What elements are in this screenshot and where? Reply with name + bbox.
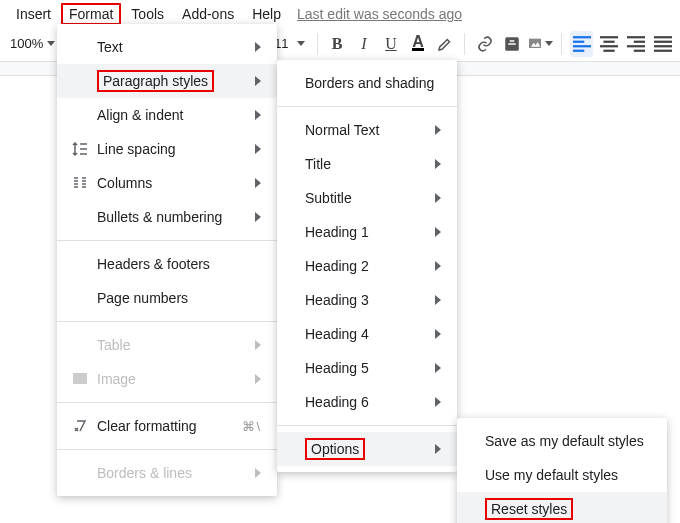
submenu-arrow-icon — [255, 468, 261, 478]
menu-table: Table — [57, 328, 277, 362]
menu-clear-formatting[interactable]: Clear formatting ⌘\ — [57, 409, 277, 443]
submenu-arrow-icon — [255, 212, 261, 222]
submenu-arrow-icon — [435, 397, 441, 407]
menu-page-numbers[interactable]: Page numbers — [57, 281, 277, 315]
bold-button[interactable]: B — [326, 31, 349, 57]
menu-columns[interactable]: Columns — [57, 166, 277, 200]
zoom-value: 100% — [10, 36, 43, 51]
menu-heading-5[interactable]: Heading 5 — [277, 351, 457, 385]
chevron-down-icon — [47, 41, 55, 46]
align-right-button[interactable] — [624, 31, 647, 57]
menu-help[interactable]: Help — [244, 3, 289, 25]
zoom-dropdown[interactable]: 100% — [6, 36, 59, 51]
submenu-arrow-icon — [435, 295, 441, 305]
menu-heading-1[interactable]: Heading 1 — [277, 215, 457, 249]
menu-align-indent[interactable]: Align & indent — [57, 98, 277, 132]
toolbar-separator — [317, 33, 318, 55]
menu-separator — [57, 321, 277, 322]
highlighter-icon — [436, 35, 454, 53]
menu-separator — [57, 240, 277, 241]
italic-button[interactable]: I — [352, 31, 375, 57]
menu-insert[interactable]: Insert — [8, 3, 59, 25]
link-icon — [476, 35, 494, 53]
menu-heading-6[interactable]: Heading 6 — [277, 385, 457, 419]
shortcut-label: ⌘\ — [242, 419, 261, 434]
menu-text[interactable]: Text — [57, 30, 277, 64]
menu-tools[interactable]: Tools — [123, 3, 172, 25]
edit-status[interactable]: Last edit was seconds ago — [297, 6, 462, 22]
submenu-arrow-icon — [255, 340, 261, 350]
menu-save-default-styles[interactable]: Save as my default styles — [457, 424, 667, 458]
menu-separator — [277, 106, 457, 107]
line-spacing-icon — [69, 141, 91, 157]
submenu-arrow-icon — [435, 227, 441, 237]
submenu-arrow-icon — [435, 193, 441, 203]
menu-image: Image — [57, 362, 277, 396]
submenu-arrow-icon — [255, 76, 261, 86]
submenu-arrow-icon — [435, 261, 441, 271]
submenu-arrow-icon — [255, 42, 261, 52]
link-button[interactable] — [473, 31, 496, 57]
submenu-arrow-icon — [435, 363, 441, 373]
submenu-arrow-icon — [435, 159, 441, 169]
submenu-arrow-icon — [435, 444, 441, 454]
svg-rect-2 — [508, 43, 516, 45]
submenu-arrow-icon — [435, 125, 441, 135]
menu-bullets-numbering[interactable]: Bullets & numbering — [57, 200, 277, 234]
menu-borders-lines: Borders & lines — [57, 456, 277, 490]
menu-normal-text[interactable]: Normal Text — [277, 113, 457, 147]
comment-icon — [503, 35, 521, 53]
menu-paragraph-styles[interactable]: Paragraph styles — [57, 64, 277, 98]
submenu-arrow-icon — [255, 110, 261, 120]
chevron-down-icon — [545, 41, 553, 46]
align-justify-button[interactable] — [651, 31, 674, 57]
toolbar-separator — [464, 33, 465, 55]
menu-subtitle[interactable]: Subtitle — [277, 181, 457, 215]
menu-reset-styles[interactable]: Reset styles — [457, 492, 667, 523]
align-center-icon — [600, 35, 618, 53]
underline-button[interactable]: U — [379, 31, 402, 57]
menu-borders-shading[interactable]: Borders and shading — [277, 66, 457, 100]
menu-title[interactable]: Title — [277, 147, 457, 181]
menu-line-spacing[interactable]: Line spacing — [57, 132, 277, 166]
menu-addons[interactable]: Add-ons — [174, 3, 242, 25]
submenu-arrow-icon — [255, 178, 261, 188]
image-button[interactable] — [527, 31, 553, 57]
menu-headers-footers[interactable]: Headers & footers — [57, 247, 277, 281]
chevron-down-icon — [297, 41, 305, 46]
menu-options[interactable]: Options — [277, 432, 457, 466]
menu-separator — [57, 449, 277, 450]
toolbar-separator — [561, 33, 562, 55]
options-submenu: Save as my default styles Use my default… — [457, 418, 667, 523]
image-icon — [69, 371, 91, 387]
menu-format[interactable]: Format — [61, 3, 121, 25]
format-dropdown: Text Paragraph styles Align & indent Lin… — [57, 24, 277, 496]
columns-icon — [69, 175, 91, 191]
submenu-arrow-icon — [255, 144, 261, 154]
text-color-button[interactable]: A — [406, 31, 429, 57]
svg-rect-1 — [510, 40, 515, 42]
menu-heading-3[interactable]: Heading 3 — [277, 283, 457, 317]
paragraph-styles-submenu: Borders and shading Normal Text Title Su… — [277, 60, 457, 472]
menu-separator — [57, 402, 277, 403]
menu-heading-2[interactable]: Heading 2 — [277, 249, 457, 283]
align-left-icon — [573, 35, 591, 53]
svg-rect-21 — [73, 373, 87, 384]
menu-use-default-styles[interactable]: Use my default styles — [457, 458, 667, 492]
align-center-button[interactable] — [597, 31, 620, 57]
highlight-button[interactable] — [433, 31, 456, 57]
submenu-arrow-icon — [255, 374, 261, 384]
comment-button[interactable] — [500, 31, 523, 57]
submenu-arrow-icon — [435, 329, 441, 339]
align-left-button[interactable] — [570, 31, 593, 57]
image-icon — [527, 35, 543, 53]
align-justify-icon — [654, 35, 672, 53]
menubar: Insert Format Tools Add-ons Help Last ed… — [0, 0, 680, 26]
menu-heading-4[interactable]: Heading 4 — [277, 317, 457, 351]
clear-formatting-icon — [69, 418, 91, 434]
menu-separator — [277, 425, 457, 426]
align-right-icon — [627, 35, 645, 53]
